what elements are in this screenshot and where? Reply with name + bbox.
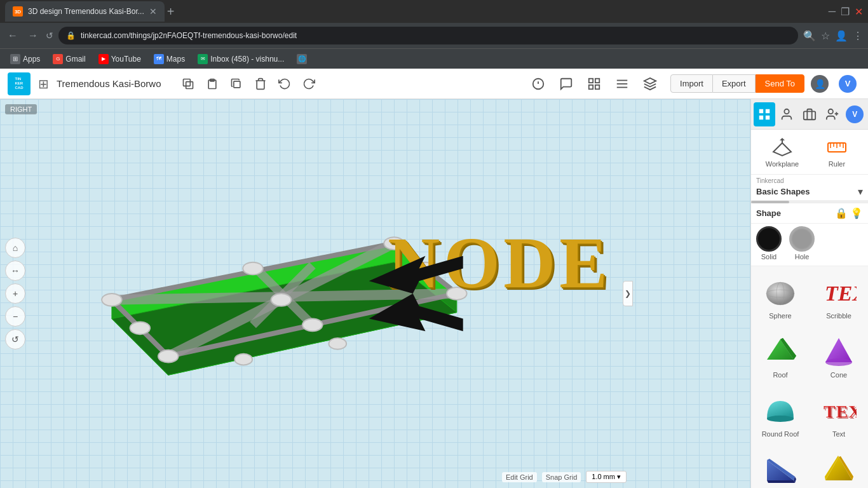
tinkercad-toolbar: TINKERCAD ⊞ Tremendous Kasi-Borwo bbox=[0, 69, 868, 99]
close-window-button[interactable]: ✕ bbox=[855, 6, 863, 18]
basic-shapes-dropdown[interactable]: Basic Shapes ▾ bbox=[756, 186, 863, 198]
scribble-shape-item[interactable]: TEXT Scribble bbox=[810, 266, 868, 325]
profile-button[interactable]: 👤 bbox=[835, 30, 848, 42]
ruler-button[interactable]: Ruler bbox=[810, 133, 864, 170]
active-tab[interactable]: 3D 3D design Tremendous Kasi-Bor... ✕ bbox=[5, 1, 165, 22]
svg-point-28 bbox=[243, 262, 263, 275]
shape-indicator-button[interactable] bbox=[526, 71, 551, 97]
avatar-button[interactable]: V bbox=[835, 71, 860, 97]
bookmark-apps[interactable]: ⊞ Apps bbox=[5, 53, 45, 65]
roof-label: Roof bbox=[773, 371, 787, 379]
3d-scene-svg: NODE NODE NODE bbox=[0, 99, 750, 488]
bookmark-star-button[interactable]: ☆ bbox=[821, 30, 830, 42]
address-bar[interactable]: 🔒 tinkercad.com/things/jp2nFAOEQTf-treme… bbox=[58, 27, 798, 44]
solid-option[interactable]: Solid bbox=[756, 226, 782, 261]
new-tab-button[interactable]: + bbox=[167, 4, 175, 19]
user-profile-button[interactable]: 👤 bbox=[807, 71, 832, 97]
bookmark-globe[interactable]: 🌐 bbox=[292, 53, 312, 65]
send-to-button[interactable]: Send To bbox=[756, 74, 804, 93]
svg-rect-11 bbox=[595, 85, 599, 88]
edit-grid-label[interactable]: Edit Grid bbox=[502, 472, 537, 482]
inbox-label: Inbox (458) - vishnu... bbox=[210, 55, 284, 64]
grid-menu-icon[interactable]: ⊞ bbox=[38, 76, 49, 92]
undo-tool-button[interactable] bbox=[273, 72, 296, 95]
minimize-button[interactable]: ─ bbox=[829, 6, 836, 17]
cone-icon bbox=[820, 334, 858, 369]
add-user-panel-button[interactable] bbox=[822, 102, 843, 126]
cone-shape-item[interactable]: Cone bbox=[810, 325, 868, 384]
pyramid-shape-item[interactable]: Pyramid bbox=[810, 444, 868, 488]
main-area: RIGHT ⌂ ↔ + − ↺ bbox=[0, 99, 868, 488]
svg-rect-40 bbox=[759, 109, 763, 112]
workplane-ruler-section: Workplane Ruler bbox=[751, 130, 868, 175]
maximize-button[interactable]: ❐ bbox=[841, 6, 850, 18]
svg-rect-41 bbox=[766, 109, 770, 112]
node-text-3d: NODE NODE NODE bbox=[388, 223, 614, 306]
right-toolbar: Import Export Send To 👤 V bbox=[526, 71, 860, 97]
svg-marker-73 bbox=[767, 480, 795, 483]
hole-option[interactable]: Hole bbox=[789, 226, 815, 261]
svg-marker-49 bbox=[773, 143, 791, 156]
refresh-button[interactable]: ↺ bbox=[46, 30, 53, 41]
wedge-icon bbox=[761, 452, 799, 487]
delete-tool-button[interactable] bbox=[249, 72, 272, 95]
comment-button[interactable] bbox=[553, 71, 579, 97]
apps-label: Apps bbox=[23, 55, 40, 64]
hole-circle bbox=[789, 226, 815, 252]
redo-tool-button[interactable] bbox=[297, 72, 320, 95]
tinkercad-logo[interactable]: TINKERCAD bbox=[8, 72, 31, 95]
hole-label: Hole bbox=[795, 253, 810, 261]
roof-shape-item[interactable]: Roof bbox=[751, 325, 810, 384]
svg-point-32 bbox=[271, 294, 292, 306]
mirror-button[interactable] bbox=[637, 71, 663, 97]
text-shape-item[interactable]: TEXT TEXT Text bbox=[810, 384, 868, 444]
dropdown-arrow-icon: ▾ bbox=[858, 186, 863, 198]
tab-close-button[interactable]: ✕ bbox=[149, 6, 157, 17]
avatar-panel[interactable]: V bbox=[844, 102, 865, 126]
panel-collapse-arrow[interactable]: ❯ bbox=[623, 281, 633, 306]
round-roof-label: Round Roof bbox=[762, 430, 799, 438]
snap-value-dropdown[interactable]: 1.0 mm ▾ bbox=[586, 471, 627, 483]
back-button[interactable]: ← bbox=[5, 27, 20, 44]
import-button[interactable]: Import bbox=[670, 74, 713, 93]
person-panel-button[interactable] bbox=[776, 102, 798, 126]
svg-text:TEXT: TEXT bbox=[825, 281, 857, 305]
window-controls: ─ ❐ ✕ bbox=[829, 6, 863, 18]
briefcase-panel-button[interactable] bbox=[799, 102, 820, 126]
inbox-favicon: ✉ bbox=[198, 54, 208, 64]
bookmark-inbox[interactable]: ✉ Inbox (458) - vishnu... bbox=[193, 53, 289, 65]
bookmark-gmail[interactable]: G Gmail bbox=[48, 53, 90, 65]
info-shape-icon[interactable]: 💡 bbox=[850, 207, 863, 219]
export-button[interactable]: Export bbox=[713, 74, 756, 93]
tab-title: 3D design Tremendous Kasi-Bor... bbox=[28, 7, 144, 16]
wedge-shape-item[interactable]: Wedge bbox=[751, 444, 810, 488]
svg-rect-10 bbox=[589, 85, 593, 88]
scroll-thumb bbox=[751, 201, 789, 203]
bookmark-youtube[interactable]: ▶ YouTube bbox=[93, 53, 146, 65]
menu-button[interactable]: ⋮ bbox=[853, 30, 863, 42]
roof-icon bbox=[761, 334, 799, 369]
duplicate-tool-button[interactable] bbox=[225, 72, 248, 95]
align-button[interactable] bbox=[609, 71, 635, 97]
panel-scroll-indicator bbox=[751, 201, 868, 203]
workplane-button[interactable]: Workplane bbox=[755, 133, 810, 170]
search-browser-button[interactable]: 🔍 bbox=[803, 30, 816, 42]
copy-tool-button[interactable] bbox=[177, 72, 200, 95]
sphere-shape-item[interactable]: Sphere bbox=[751, 266, 810, 325]
svg-rect-0 bbox=[186, 81, 193, 88]
address-actions: 🔍 ☆ 👤 ⋮ bbox=[803, 30, 863, 42]
scribble-icon: TEXT bbox=[820, 274, 858, 309]
design-name[interactable]: Tremendous Kasi-Borwo bbox=[57, 78, 161, 89]
sphere-icon bbox=[761, 274, 799, 309]
round-roof-shape-item[interactable]: Round Roof bbox=[751, 384, 810, 444]
lock-shape-icon[interactable]: 🔒 bbox=[835, 207, 848, 219]
bookmark-maps[interactable]: 🗺 Maps bbox=[149, 53, 190, 65]
shape-grid: Sphere TEXT Scribble bbox=[751, 266, 868, 488]
forward-button[interactable]: → bbox=[25, 27, 41, 44]
canvas-area[interactable]: RIGHT ⌂ ↔ + − ↺ bbox=[0, 99, 750, 488]
snap-grid-label: Snap Grid bbox=[542, 472, 581, 482]
svg-point-58 bbox=[766, 282, 794, 305]
shapes-panel-button[interactable] bbox=[754, 102, 775, 126]
paste-tool-button[interactable] bbox=[201, 72, 224, 95]
grid-button[interactable] bbox=[581, 71, 607, 97]
